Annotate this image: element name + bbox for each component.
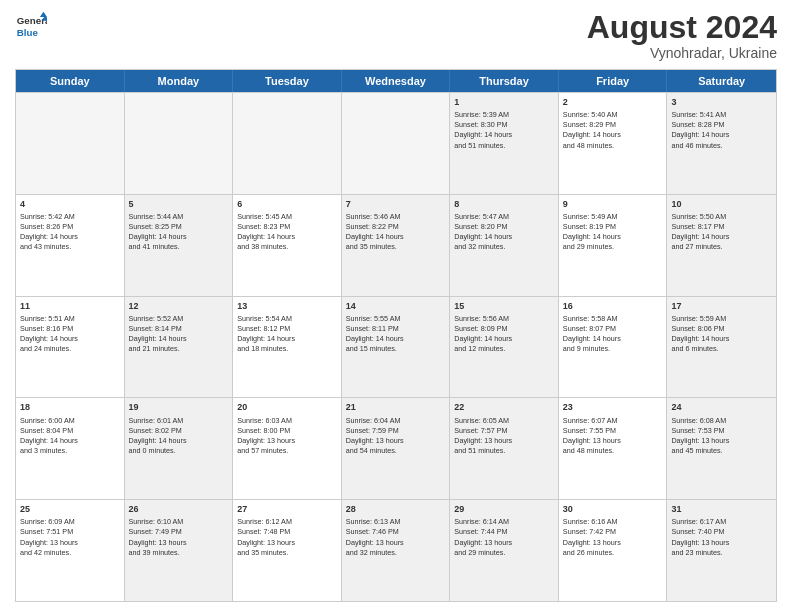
day-cell-13: 13Sunrise: 5:54 AMSunset: 8:12 PMDayligh…: [233, 297, 342, 398]
empty-cell: [233, 93, 342, 194]
day-header-sunday: Sunday: [16, 70, 125, 92]
day-cell-4: 4Sunrise: 5:42 AMSunset: 8:26 PMDaylight…: [16, 195, 125, 296]
day-number: 8: [454, 198, 554, 210]
logo: General Blue: [15, 10, 47, 42]
day-cell-2: 2Sunrise: 5:40 AMSunset: 8:29 PMDaylight…: [559, 93, 668, 194]
day-number: 18: [20, 401, 120, 413]
cell-info: Sunrise: 6:08 AMSunset: 7:53 PMDaylight:…: [671, 416, 772, 456]
cell-info: Sunrise: 6:00 AMSunset: 8:04 PMDaylight:…: [20, 416, 120, 456]
cell-info: Sunrise: 6:16 AMSunset: 7:42 PMDaylight:…: [563, 517, 663, 557]
day-number: 21: [346, 401, 446, 413]
day-header-wednesday: Wednesday: [342, 70, 451, 92]
day-cell-19: 19Sunrise: 6:01 AMSunset: 8:02 PMDayligh…: [125, 398, 234, 499]
cell-info: Sunrise: 5:44 AMSunset: 8:25 PMDaylight:…: [129, 212, 229, 252]
day-cell-10: 10Sunrise: 5:50 AMSunset: 8:17 PMDayligh…: [667, 195, 776, 296]
day-number: 27: [237, 503, 337, 515]
cell-info: Sunrise: 6:03 AMSunset: 8:00 PMDaylight:…: [237, 416, 337, 456]
title-block: August 2024 Vynohradar, Ukraine: [587, 10, 777, 61]
calendar-row-4: 18Sunrise: 6:00 AMSunset: 8:04 PMDayligh…: [16, 397, 776, 499]
cell-info: Sunrise: 5:58 AMSunset: 8:07 PMDaylight:…: [563, 314, 663, 354]
location: Vynohradar, Ukraine: [587, 45, 777, 61]
empty-cell: [125, 93, 234, 194]
day-cell-30: 30Sunrise: 6:16 AMSunset: 7:42 PMDayligh…: [559, 500, 668, 601]
day-number: 23: [563, 401, 663, 413]
day-cell-20: 20Sunrise: 6:03 AMSunset: 8:00 PMDayligh…: [233, 398, 342, 499]
day-cell-31: 31Sunrise: 6:17 AMSunset: 7:40 PMDayligh…: [667, 500, 776, 601]
cell-info: Sunrise: 6:01 AMSunset: 8:02 PMDaylight:…: [129, 416, 229, 456]
day-cell-27: 27Sunrise: 6:12 AMSunset: 7:48 PMDayligh…: [233, 500, 342, 601]
calendar-row-2: 4Sunrise: 5:42 AMSunset: 8:26 PMDaylight…: [16, 194, 776, 296]
cell-info: Sunrise: 5:55 AMSunset: 8:11 PMDaylight:…: [346, 314, 446, 354]
cell-info: Sunrise: 6:09 AMSunset: 7:51 PMDaylight:…: [20, 517, 120, 557]
day-cell-28: 28Sunrise: 6:13 AMSunset: 7:46 PMDayligh…: [342, 500, 451, 601]
cell-info: Sunrise: 5:46 AMSunset: 8:22 PMDaylight:…: [346, 212, 446, 252]
cell-info: Sunrise: 5:50 AMSunset: 8:17 PMDaylight:…: [671, 212, 772, 252]
day-cell-18: 18Sunrise: 6:00 AMSunset: 8:04 PMDayligh…: [16, 398, 125, 499]
cell-info: Sunrise: 6:07 AMSunset: 7:55 PMDaylight:…: [563, 416, 663, 456]
day-cell-15: 15Sunrise: 5:56 AMSunset: 8:09 PMDayligh…: [450, 297, 559, 398]
day-cell-14: 14Sunrise: 5:55 AMSunset: 8:11 PMDayligh…: [342, 297, 451, 398]
month-year: August 2024: [587, 10, 777, 45]
calendar-row-5: 25Sunrise: 6:09 AMSunset: 7:51 PMDayligh…: [16, 499, 776, 601]
day-header-thursday: Thursday: [450, 70, 559, 92]
cell-info: Sunrise: 6:12 AMSunset: 7:48 PMDaylight:…: [237, 517, 337, 557]
cell-info: Sunrise: 6:10 AMSunset: 7:49 PMDaylight:…: [129, 517, 229, 557]
header: General Blue August 2024 Vynohradar, Ukr…: [15, 10, 777, 61]
day-number: 29: [454, 503, 554, 515]
day-number: 19: [129, 401, 229, 413]
day-number: 14: [346, 300, 446, 312]
day-cell-22: 22Sunrise: 6:05 AMSunset: 7:57 PMDayligh…: [450, 398, 559, 499]
day-number: 10: [671, 198, 772, 210]
day-number: 26: [129, 503, 229, 515]
day-number: 3: [671, 96, 772, 108]
day-cell-23: 23Sunrise: 6:07 AMSunset: 7:55 PMDayligh…: [559, 398, 668, 499]
calendar-body: 1Sunrise: 5:39 AMSunset: 8:30 PMDaylight…: [16, 92, 776, 601]
day-cell-12: 12Sunrise: 5:52 AMSunset: 8:14 PMDayligh…: [125, 297, 234, 398]
cell-info: Sunrise: 5:40 AMSunset: 8:29 PMDaylight:…: [563, 110, 663, 150]
day-number: 24: [671, 401, 772, 413]
logo-icon: General Blue: [15, 10, 47, 42]
cell-info: Sunrise: 5:42 AMSunset: 8:26 PMDaylight:…: [20, 212, 120, 252]
day-header-monday: Monday: [125, 70, 234, 92]
day-cell-21: 21Sunrise: 6:04 AMSunset: 7:59 PMDayligh…: [342, 398, 451, 499]
calendar: SundayMondayTuesdayWednesdayThursdayFrid…: [15, 69, 777, 602]
day-cell-17: 17Sunrise: 5:59 AMSunset: 8:06 PMDayligh…: [667, 297, 776, 398]
day-number: 22: [454, 401, 554, 413]
day-number: 6: [237, 198, 337, 210]
empty-cell: [342, 93, 451, 194]
day-number: 31: [671, 503, 772, 515]
day-cell-25: 25Sunrise: 6:09 AMSunset: 7:51 PMDayligh…: [16, 500, 125, 601]
cell-info: Sunrise: 5:52 AMSunset: 8:14 PMDaylight:…: [129, 314, 229, 354]
day-cell-24: 24Sunrise: 6:08 AMSunset: 7:53 PMDayligh…: [667, 398, 776, 499]
day-number: 7: [346, 198, 446, 210]
cell-info: Sunrise: 5:56 AMSunset: 8:09 PMDaylight:…: [454, 314, 554, 354]
day-number: 11: [20, 300, 120, 312]
day-number: 15: [454, 300, 554, 312]
cell-info: Sunrise: 6:17 AMSunset: 7:40 PMDaylight:…: [671, 517, 772, 557]
day-cell-29: 29Sunrise: 6:14 AMSunset: 7:44 PMDayligh…: [450, 500, 559, 601]
day-number: 5: [129, 198, 229, 210]
day-header-tuesday: Tuesday: [233, 70, 342, 92]
cell-info: Sunrise: 5:47 AMSunset: 8:20 PMDaylight:…: [454, 212, 554, 252]
cell-info: Sunrise: 5:59 AMSunset: 8:06 PMDaylight:…: [671, 314, 772, 354]
day-cell-9: 9Sunrise: 5:49 AMSunset: 8:19 PMDaylight…: [559, 195, 668, 296]
day-cell-6: 6Sunrise: 5:45 AMSunset: 8:23 PMDaylight…: [233, 195, 342, 296]
day-cell-16: 16Sunrise: 5:58 AMSunset: 8:07 PMDayligh…: [559, 297, 668, 398]
cell-info: Sunrise: 5:45 AMSunset: 8:23 PMDaylight:…: [237, 212, 337, 252]
day-header-friday: Friday: [559, 70, 668, 92]
day-number: 25: [20, 503, 120, 515]
calendar-header: SundayMondayTuesdayWednesdayThursdayFrid…: [16, 70, 776, 92]
day-number: 28: [346, 503, 446, 515]
cell-info: Sunrise: 5:39 AMSunset: 8:30 PMDaylight:…: [454, 110, 554, 150]
day-cell-7: 7Sunrise: 5:46 AMSunset: 8:22 PMDaylight…: [342, 195, 451, 296]
day-number: 16: [563, 300, 663, 312]
cell-info: Sunrise: 6:04 AMSunset: 7:59 PMDaylight:…: [346, 416, 446, 456]
day-cell-3: 3Sunrise: 5:41 AMSunset: 8:28 PMDaylight…: [667, 93, 776, 194]
day-number: 4: [20, 198, 120, 210]
day-cell-26: 26Sunrise: 6:10 AMSunset: 7:49 PMDayligh…: [125, 500, 234, 601]
day-number: 9: [563, 198, 663, 210]
day-number: 12: [129, 300, 229, 312]
day-cell-11: 11Sunrise: 5:51 AMSunset: 8:16 PMDayligh…: [16, 297, 125, 398]
svg-text:Blue: Blue: [17, 27, 39, 38]
day-header-saturday: Saturday: [667, 70, 776, 92]
